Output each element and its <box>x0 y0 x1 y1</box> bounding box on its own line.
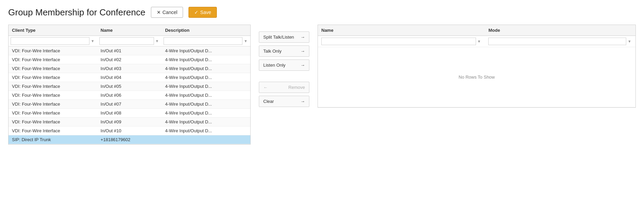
right-filter-icon-name[interactable]: ▼ <box>477 39 482 44</box>
cell-name: In/Out #06 <box>97 91 162 100</box>
right-panel: Name Mode ▼ ▼ <box>318 25 636 108</box>
clear-arrow: → <box>300 99 305 104</box>
cell-name: In/Out #10 <box>97 126 162 135</box>
table-row[interactable]: VDI: Four-Wire Interface In/Out #05 4-Wi… <box>9 82 250 91</box>
header: Group Membership for Conference ✕ Cancel… <box>8 7 636 18</box>
cell-name: In/Out #02 <box>97 55 162 64</box>
left-table-filter-row: ▼ ▼ ▼ <box>9 36 250 46</box>
cell-description: 4-Wire Input/Output D... <box>162 64 250 73</box>
clear-label: Clear <box>263 99 274 104</box>
save-icon: ✓ <box>194 10 198 15</box>
cancel-button[interactable]: ✕ Cancel <box>151 7 183 18</box>
cell-description: 4-Wire Input/Output D... <box>162 109 250 118</box>
filter-input-description[interactable] <box>164 37 242 45</box>
left-table-header-row: Client Type Name Description <box>9 25 250 36</box>
cell-description: 4-Wire Input/Output D... <box>162 91 250 100</box>
page-title: Group Membership for Conference <box>8 7 145 18</box>
filter-cell-name: ▼ <box>97 36 162 46</box>
listen-only-button[interactable]: Listen Only → <box>259 59 309 71</box>
clear-button[interactable]: Clear → <box>259 96 309 107</box>
middle-panel: Split Talk/Listen → Talk Only → Listen O… <box>251 25 318 114</box>
talk-only-label: Talk Only <box>263 49 281 54</box>
save-label: Save <box>200 10 211 15</box>
save-button[interactable]: ✓ Save <box>188 7 217 18</box>
page-wrapper: Group Membership for Conference ✕ Cancel… <box>0 0 644 151</box>
cell-client-type: VDI: Four-Wire Interface <box>9 91 97 100</box>
cell-client-type: VDI: Four-Wire Interface <box>9 73 97 82</box>
cell-client-type: VDI: Four-Wire Interface <box>9 55 97 64</box>
split-talk-listen-arrow: → <box>300 35 305 40</box>
no-rows-message: No Rows To Show <box>318 47 635 107</box>
cancel-label: Cancel <box>163 10 178 15</box>
cell-name: In/Out #01 <box>97 46 162 55</box>
right-table-body: No Rows To Show <box>318 47 635 107</box>
right-filter-icon-mode[interactable]: ▼ <box>627 39 632 44</box>
right-filter-input-name[interactable] <box>321 38 476 45</box>
cell-description: 4-Wire Input/Output D... <box>162 126 250 135</box>
cell-client-type: VDI: Four-Wire Interface <box>9 126 97 135</box>
no-rows-row: No Rows To Show <box>318 47 635 107</box>
cell-name: +18186179602 <box>97 135 162 144</box>
cell-description: 4-Wire Input/Output D... <box>162 118 250 126</box>
filter-cell-client-type: ▼ <box>9 36 97 46</box>
right-table-filter-row: ▼ ▼ <box>318 36 635 47</box>
left-panel: Client Type Name Description ▼ <box>8 25 251 145</box>
table-row[interactable]: VDI: Four-Wire Interface In/Out #09 4-Wi… <box>9 118 250 126</box>
left-table-body: VDI: Four-Wire Interface In/Out #01 4-Wi… <box>9 46 250 144</box>
table-row[interactable]: VDI: Four-Wire Interface In/Out #10 4-Wi… <box>9 126 250 135</box>
right-filter-cell-name: ▼ <box>318 36 485 47</box>
cell-client-type: VDI: Four-Wire Interface <box>9 118 97 126</box>
table-row[interactable]: VDI: Four-Wire Interface In/Out #03 4-Wi… <box>9 64 250 73</box>
filter-icon-description[interactable]: ▼ <box>243 38 248 44</box>
cell-description: 4-Wire Input/Output D... <box>162 55 250 64</box>
table-row[interactable]: VDI: Four-Wire Interface In/Out #04 4-Wi… <box>9 73 250 82</box>
cell-name: In/Out #09 <box>97 118 162 126</box>
table-row[interactable]: VDI: Four-Wire Interface In/Out #06 4-Wi… <box>9 91 250 100</box>
col-header-description: Description <box>162 25 250 36</box>
cell-name: In/Out #05 <box>97 82 162 91</box>
right-table: Name Mode ▼ ▼ <box>318 25 635 107</box>
filter-input-name[interactable] <box>99 37 154 45</box>
cell-client-type: VDI: Four-Wire Interface <box>9 46 97 55</box>
right-filter-input-mode[interactable] <box>488 38 626 45</box>
listen-only-label: Listen Only <box>263 63 285 68</box>
main-layout: Client Type Name Description ▼ <box>8 25 636 145</box>
listen-only-arrow: → <box>300 63 305 68</box>
table-row[interactable]: VDI: Four-Wire Interface In/Out #08 4-Wi… <box>9 109 250 118</box>
cell-name: In/Out #07 <box>97 100 162 109</box>
col-header-name: Name <box>97 25 162 36</box>
cell-description <box>162 135 250 144</box>
cell-description: 4-Wire Input/Output D... <box>162 82 250 91</box>
cell-client-type: VDI: Four-Wire Interface <box>9 64 97 73</box>
filter-input-client-type[interactable] <box>11 37 89 45</box>
remove-arrow: ← <box>263 85 268 90</box>
filter-icon-name[interactable]: ▼ <box>155 38 160 44</box>
right-table-header-row: Name Mode <box>318 25 635 36</box>
cell-client-type: VDI: Four-Wire Interface <box>9 82 97 91</box>
filter-icon-client-type[interactable]: ▼ <box>90 38 95 44</box>
table-row[interactable]: VDI: Four-Wire Interface In/Out #02 4-Wi… <box>9 55 250 64</box>
cell-name: In/Out #04 <box>97 73 162 82</box>
table-row[interactable]: VDI: Four-Wire Interface In/Out #01 4-Wi… <box>9 46 250 55</box>
cancel-icon: ✕ <box>157 10 161 15</box>
filter-cell-description: ▼ <box>162 36 250 46</box>
right-col-header-mode: Mode <box>485 25 635 36</box>
cell-description: 4-Wire Input/Output D... <box>162 100 250 109</box>
remove-button[interactable]: ← Remove <box>259 82 309 93</box>
table-row[interactable]: VDI: Four-Wire Interface In/Out #07 4-Wi… <box>9 100 250 109</box>
talk-only-arrow: → <box>300 49 305 54</box>
left-table: Client Type Name Description ▼ <box>9 25 250 144</box>
split-talk-listen-label: Split Talk/Listen <box>263 35 294 40</box>
cell-name: In/Out #03 <box>97 64 162 73</box>
table-row[interactable]: SIP: Direct IP Trunk +18186179602 <box>9 135 250 144</box>
cell-client-type: SIP: Direct IP Trunk <box>9 135 97 144</box>
cell-name: In/Out #08 <box>97 109 162 118</box>
split-talk-listen-button[interactable]: Split Talk/Listen → <box>259 31 309 43</box>
cell-client-type: VDI: Four-Wire Interface <box>9 100 97 109</box>
cell-client-type: VDI: Four-Wire Interface <box>9 109 97 118</box>
cell-description: 4-Wire Input/Output D... <box>162 46 250 55</box>
talk-only-button[interactable]: Talk Only → <box>259 45 309 57</box>
right-col-header-name: Name <box>318 25 485 36</box>
remove-label: Remove <box>289 85 305 90</box>
cell-description: 4-Wire Input/Output D... <box>162 73 250 82</box>
